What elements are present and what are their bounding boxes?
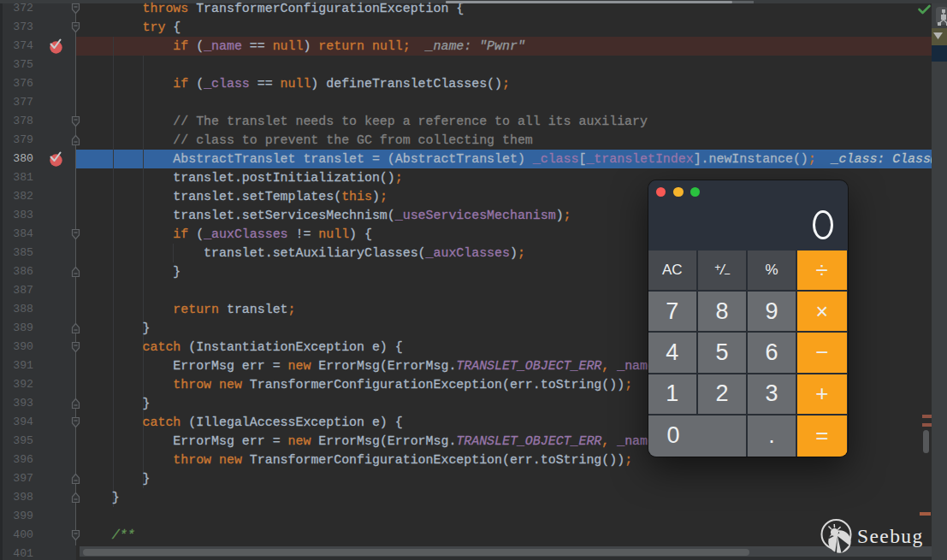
svg-text:Seebug: Seebug	[857, 525, 924, 547]
